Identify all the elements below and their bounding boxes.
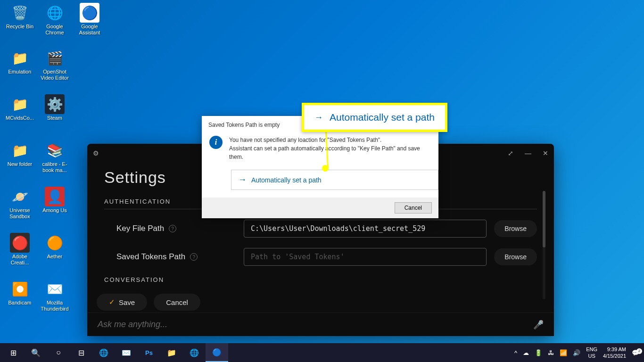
icon-label: Bandicam	[8, 300, 32, 306]
help-icon[interactable]: ?	[169, 225, 176, 232]
desktop-icon-among-us[interactable]: 👤Among Us	[38, 187, 72, 214]
taskbar: ⊞ 🔍 ○ ⊟ 🌐 ✉️ Ps 📁 🌐 🔵 ^ ☁ 🔋 🖧 📶 🔊 ENG US…	[0, 343, 644, 362]
start-button[interactable]: ⊞	[2, 343, 25, 362]
ask-bar[interactable]: Ask me anything... 🎤	[87, 313, 554, 336]
task-view-button[interactable]: ⊟	[70, 343, 92, 362]
scrollbar-thumb[interactable]	[543, 191, 545, 247]
action-row: ✓Save Cancel	[97, 294, 200, 311]
language-indicator[interactable]: ENG US	[586, 346, 597, 360]
key-file-label-text: Key File Path	[116, 224, 164, 233]
desktop-icon-universe-sandbox[interactable]: 🪐Universe Sandbox	[3, 187, 37, 220]
mail-taskbar-icon[interactable]: ✉️	[115, 343, 138, 362]
search-button[interactable]: 🔍	[25, 343, 47, 362]
desktop-icon-new-folder[interactable]: 📁New folder	[3, 140, 37, 167]
battery-tray-icon[interactable]: 🔋	[535, 349, 542, 356]
expand-icon[interactable]: ⤢	[508, 149, 513, 157]
desktop-icon-google-assistant[interactable]: 🔵Google Assistant	[73, 3, 107, 36]
explorer-taskbar-icon[interactable]: 📁	[160, 343, 183, 362]
check-icon: ✓	[109, 298, 115, 306]
icon-label: Aether	[47, 254, 62, 260]
desktop-icon-mcvidsco-[interactable]: 📁MCvidsCo...	[3, 94, 37, 121]
desktop-icon-adobe-creati-[interactable]: 🔴Adobe Creati...	[3, 233, 37, 266]
icon-label: Mozilla Thunderbird	[38, 300, 72, 312]
dialog-footer: Cancel	[202, 197, 438, 218]
desktop-icon-openshot-video-editor[interactable]: 🎬OpenShot Video Editor	[38, 48, 72, 81]
chrome-taskbar-icon[interactable]: 🌐	[183, 343, 206, 362]
wifi-tray-icon[interactable]: 📶	[560, 349, 567, 356]
minimize-icon[interactable]: —	[525, 149, 531, 157]
info-icon: i	[209, 136, 223, 149]
microphone-icon[interactable]: 🎤	[533, 320, 544, 330]
network-tray-icon[interactable]: 🖧	[548, 349, 554, 356]
desktop-icon-steam[interactable]: ⚙️Steam	[38, 94, 72, 121]
auto-path-label: Automatically set a path	[251, 176, 322, 184]
clock-date: 4/15/2021	[603, 353, 626, 359]
browse-saved-tokens-button[interactable]: Browse	[494, 248, 537, 265]
icon-label: Recycle Bin	[6, 24, 33, 30]
icon-label: calibre - E-book ma...	[38, 161, 72, 173]
dialog-line1: You have not specified any loaction for …	[229, 136, 432, 144]
clock[interactable]: 9:39 AM 4/15/2021	[603, 346, 626, 360]
browse-key-file-button[interactable]: Browse	[494, 220, 537, 237]
save-button[interactable]: ✓Save	[97, 294, 147, 311]
notifications-button[interactable]: 💬2	[632, 349, 639, 356]
icon-label: OpenShot Video Editor	[38, 69, 72, 81]
automatically-set-path-button[interactable]: → Automatically set a path	[231, 170, 438, 190]
app-icon: 👤	[45, 187, 65, 206]
help-icon[interactable]: ?	[190, 253, 198, 261]
key-file-path-row: Key File Path ? Browse	[104, 220, 537, 238]
desktop-icon-bandicam[interactable]: ⏺️Bandicam	[3, 279, 37, 306]
notif-count: 2	[636, 348, 642, 354]
app-icon: 🎬	[45, 48, 65, 68]
gear-icon[interactable]: ⚙	[93, 149, 99, 157]
ask-input-placeholder[interactable]: Ask me anything...	[98, 320, 167, 329]
desktop-icon-google-chrome[interactable]: 🌐Google Chrome	[38, 3, 72, 36]
icon-label: Google Chrome	[38, 24, 72, 36]
saved-tokens-row: Saved Tokens Path ? Browse	[104, 248, 537, 266]
photoshop-taskbar-icon[interactable]: Ps	[138, 343, 160, 362]
lang-line2: US	[586, 353, 597, 359]
saved-tokens-label-text: Saved Tokens Path	[116, 252, 185, 262]
app-icon: 🪐	[10, 187, 30, 206]
callout-text: Automatically set a path	[330, 112, 435, 123]
app-icon: ✉️	[45, 279, 65, 299]
icon-label: Among Us	[42, 207, 66, 214]
assistant-taskbar-icon[interactable]: 🔵	[206, 343, 228, 362]
desktop-icon-aether[interactable]: 🟠Aether	[38, 233, 72, 260]
desktop-icon-calibre-e-book-ma-[interactable]: 📚calibre - E-book ma...	[38, 140, 72, 173]
desktop-icon-emulation[interactable]: 📁Emulation	[3, 48, 37, 75]
app-icon: 🟠	[45, 233, 65, 253]
app-icon: 📚	[45, 140, 65, 160]
icon-label: Steam	[47, 115, 62, 121]
volume-tray-icon[interactable]: 🔊	[573, 349, 580, 356]
onedrive-tray-icon[interactable]: ☁	[523, 349, 529, 356]
icon-label: New folder	[8, 161, 33, 167]
app-icon: 🔴	[10, 233, 30, 253]
callout-highlight: → Automatically set a path	[302, 103, 447, 132]
app-icon: ⏺️	[10, 279, 30, 299]
key-file-path-input[interactable]	[244, 220, 487, 238]
desktop-icon-mozilla-thunderbird[interactable]: ✉️Mozilla Thunderbird	[38, 279, 72, 312]
dialog-message: You have not specified any loaction for …	[229, 136, 432, 161]
icon-label: Emulation	[8, 69, 32, 75]
lang-line1: ENG	[586, 346, 597, 353]
app-icon: 📁	[10, 140, 30, 160]
icon-label: Adobe Creati...	[3, 254, 37, 266]
app-icon: ⚙️	[45, 94, 65, 114]
cancel-button[interactable]: Cancel	[154, 294, 200, 311]
edge-taskbar-icon[interactable]: 🌐	[92, 343, 115, 362]
dialog-cancel-button[interactable]: Cancel	[395, 202, 432, 214]
tray-chevron-icon[interactable]: ^	[514, 349, 517, 356]
close-icon[interactable]: ✕	[543, 149, 548, 157]
arrow-right-icon: →	[238, 175, 247, 185]
dialog-line2: Assistant can set a path automatically a…	[229, 144, 432, 161]
icon-label: Google Assistant	[73, 24, 107, 36]
saved-tokens-input[interactable]	[244, 248, 487, 266]
cortana-button[interactable]: ○	[47, 343, 70, 362]
key-file-path-label: Key File Path ?	[104, 224, 236, 233]
app-icon: 🌐	[45, 3, 65, 23]
scrollbar[interactable]	[543, 191, 545, 299]
callout-dot	[322, 165, 329, 172]
desktop-icon-recycle-bin[interactable]: 🗑️Recycle Bin	[3, 3, 37, 30]
saved-tokens-label: Saved Tokens Path ?	[104, 252, 236, 262]
